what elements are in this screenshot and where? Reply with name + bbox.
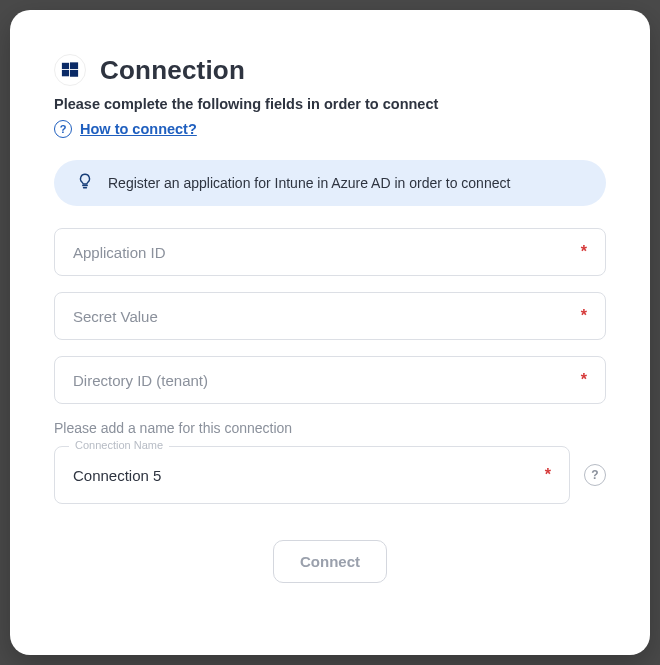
svg-rect-3 bbox=[70, 70, 78, 77]
help-row: ? How to connect? bbox=[54, 120, 606, 138]
connection-name-label: Connection Name bbox=[69, 439, 169, 451]
connection-name-input[interactable] bbox=[73, 447, 551, 503]
dialog-header: Connection bbox=[54, 54, 606, 86]
connection-name-help-icon[interactable]: ? bbox=[584, 464, 606, 486]
svg-rect-2 bbox=[62, 70, 69, 76]
required-indicator: * bbox=[581, 307, 587, 325]
how-to-connect-link[interactable]: How to connect? bbox=[80, 121, 197, 137]
windows-icon bbox=[54, 54, 86, 86]
dialog-title: Connection bbox=[100, 55, 245, 86]
dialog-subtitle: Please complete the following fields in … bbox=[54, 96, 606, 112]
info-banner-text: Register an application for Intune in Az… bbox=[108, 175, 510, 191]
connect-button[interactable]: Connect bbox=[273, 540, 387, 583]
info-banner: Register an application for Intune in Az… bbox=[54, 160, 606, 206]
directory-id-input[interactable] bbox=[73, 357, 587, 403]
lightbulb-icon bbox=[76, 172, 94, 194]
connection-dialog: Connection Please complete the following… bbox=[10, 10, 650, 655]
secret-value-input[interactable] bbox=[73, 293, 587, 339]
connection-name-field: Connection Name * bbox=[54, 446, 570, 504]
svg-rect-0 bbox=[62, 63, 69, 69]
application-id-field: * bbox=[54, 228, 606, 276]
application-id-input[interactable] bbox=[73, 229, 587, 275]
connection-name-section-label: Please add a name for this connection bbox=[54, 420, 606, 436]
secret-value-field: * bbox=[54, 292, 606, 340]
dialog-footer: Connect bbox=[54, 540, 606, 583]
required-indicator: * bbox=[581, 243, 587, 261]
svg-rect-1 bbox=[70, 62, 78, 69]
required-indicator: * bbox=[545, 466, 551, 484]
directory-id-field: * bbox=[54, 356, 606, 404]
required-indicator: * bbox=[581, 371, 587, 389]
question-icon: ? bbox=[54, 120, 72, 138]
connection-name-row: Connection Name * ? bbox=[54, 446, 606, 504]
